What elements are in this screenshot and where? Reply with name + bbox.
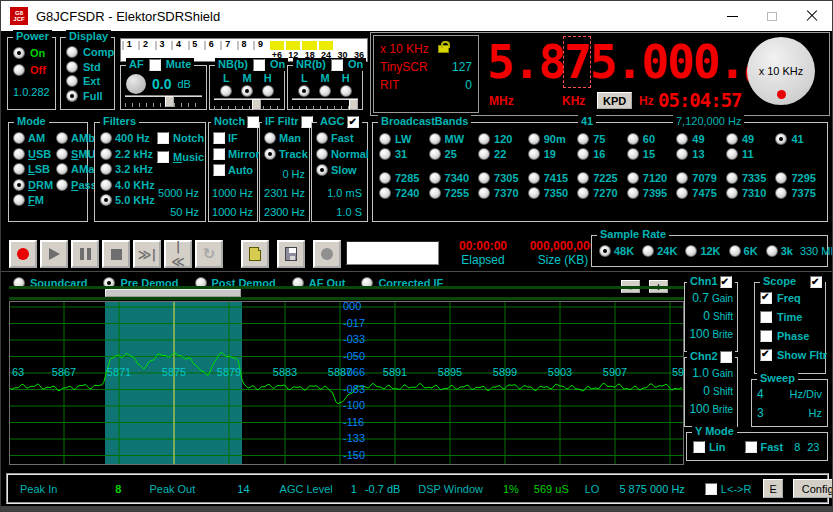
band-option[interactable]: 7120 [627, 172, 675, 184]
radio-icon[interactable] [599, 245, 611, 257]
scope-phase-option[interactable]: Phase [760, 330, 825, 342]
radio-icon[interactable] [766, 245, 778, 257]
band-option[interactable]: 7375 [775, 187, 823, 199]
mode-option[interactable]: AM [13, 132, 53, 144]
radio-icon[interactable] [577, 187, 589, 199]
radio-icon[interactable] [429, 133, 441, 145]
radio-icon[interactable] [429, 148, 441, 160]
agc-option[interactable]: Normal [316, 148, 367, 160]
freq-digit[interactable]: 8 [538, 37, 564, 87]
filter-option[interactable]: 4.0 KHz [100, 179, 157, 191]
scope-showfltr-option[interactable]: Show Fltr [760, 349, 825, 361]
band-option[interactable]: 7225 [577, 172, 625, 184]
kpd-button[interactable]: KPD [597, 92, 632, 109]
lock-icon[interactable] [438, 45, 449, 53]
ymode-lin-option[interactable]: Lin [693, 441, 726, 453]
radio-icon[interactable] [726, 148, 738, 160]
band-option[interactable]: 15 [627, 148, 675, 160]
sample-rate-option[interactable]: 48K [599, 245, 634, 257]
passband-scrollbar[interactable] [105, 289, 241, 297]
checkbox-icon[interactable] [213, 164, 225, 176]
radio-icon[interactable] [56, 148, 68, 160]
mode-option[interactable]: AMb [56, 132, 97, 144]
band-option[interactable]: 120 [478, 133, 526, 145]
radio-icon[interactable] [66, 46, 78, 58]
maximize-button[interactable] [752, 1, 792, 31]
radio-icon[interactable] [528, 187, 540, 199]
notch-enable-checkbox[interactable] [247, 116, 259, 128]
band-option[interactable]: 90m [528, 133, 576, 145]
radio-icon[interactable] [478, 148, 490, 160]
sample-rate-option[interactable]: 24K [642, 245, 677, 257]
open-file-button[interactable] [241, 240, 269, 268]
filter-option[interactable]: 3.2 kHz [100, 163, 157, 175]
nr-on-checkbox[interactable] [331, 59, 343, 71]
radio-icon[interactable] [627, 148, 639, 160]
band-option[interactable]: 25 [429, 148, 477, 160]
band-option[interactable]: 7475 [676, 187, 724, 199]
radio-icon[interactable] [66, 61, 78, 73]
scope-freq-option[interactable]: Freq [760, 292, 825, 304]
radio-icon[interactable] [264, 148, 276, 160]
band-option[interactable]: 7305 [478, 172, 526, 184]
radio-icon[interactable] [100, 132, 112, 144]
nr-level-option[interactable]: M [319, 72, 331, 97]
radio-icon[interactable] [775, 187, 787, 199]
freq-digit[interactable]: 5 [590, 37, 616, 87]
mode-option[interactable]: USB [13, 148, 53, 160]
band-option[interactable]: 7350 [528, 187, 576, 199]
radio-icon[interactable] [298, 85, 310, 97]
band-option[interactable]: 49 [726, 133, 774, 145]
close-button[interactable] [792, 1, 832, 31]
filter-option[interactable]: 2.2 kHz [100, 148, 157, 160]
band-option[interactable]: 31 [379, 148, 427, 160]
band-option[interactable]: 7079 [676, 172, 724, 184]
radio-icon[interactable] [316, 148, 328, 160]
band-option[interactable]: 60 [627, 133, 675, 145]
radio-icon[interactable] [478, 187, 490, 199]
filter-notch-option[interactable]: Notch [157, 132, 204, 144]
radio-icon[interactable] [676, 187, 688, 199]
filter-option[interactable]: 400 Hz [100, 132, 157, 144]
radio-icon[interactable] [429, 172, 441, 184]
radio-icon[interactable] [340, 85, 352, 97]
checkbox-icon[interactable] [745, 441, 757, 453]
freq-digit[interactable]: 0 [667, 37, 693, 87]
band-option[interactable]: MW [429, 133, 477, 145]
radio-icon[interactable] [316, 164, 328, 176]
band-option[interactable]: 7340 [429, 172, 477, 184]
record-button[interactable] [9, 240, 37, 268]
radio-icon[interactable] [13, 132, 25, 144]
slider-thumb[interactable] [252, 99, 261, 110]
radio-icon[interactable] [264, 132, 276, 144]
skip-forward-button[interactable] [133, 240, 161, 268]
radio-icon[interactable] [220, 85, 232, 97]
radio-icon[interactable] [13, 47, 25, 59]
agc-option[interactable]: Fast [316, 132, 367, 144]
band-option[interactable]: 7285 [379, 172, 427, 184]
slider-thumb[interactable] [349, 99, 358, 110]
notch-option[interactable]: Mirror [213, 148, 257, 160]
loop-button[interactable] [195, 240, 223, 268]
radio-icon[interactable] [429, 187, 441, 199]
skip-back-button[interactable] [164, 240, 192, 268]
band-option[interactable]: 7310 [726, 187, 774, 199]
chn1-enable-checkbox[interactable] [720, 276, 732, 288]
minimize-button[interactable] [712, 1, 752, 31]
scope-enable-checkbox[interactable] [810, 276, 822, 288]
mode-option[interactable]: SMU [56, 148, 97, 160]
radio-icon[interactable] [100, 163, 112, 175]
if-filter-option[interactable]: Track [264, 148, 309, 160]
checkbox-icon[interactable] [760, 330, 772, 342]
radio-icon[interactable] [726, 187, 738, 199]
radio-icon[interactable] [56, 163, 68, 175]
radio-icon[interactable] [676, 133, 688, 145]
mute-checkbox[interactable] [149, 59, 161, 71]
ymode-fast-option[interactable]: Fast [745, 441, 784, 453]
sample-rate-option[interactable]: 6K [729, 245, 758, 257]
nr-level-option[interactable]: H [340, 72, 352, 97]
radio-icon[interactable] [528, 172, 540, 184]
nr-level-option[interactable]: L [298, 72, 310, 97]
display-option[interactable]: Comp [66, 46, 114, 58]
band-option[interactable]: 7370 [478, 187, 526, 199]
